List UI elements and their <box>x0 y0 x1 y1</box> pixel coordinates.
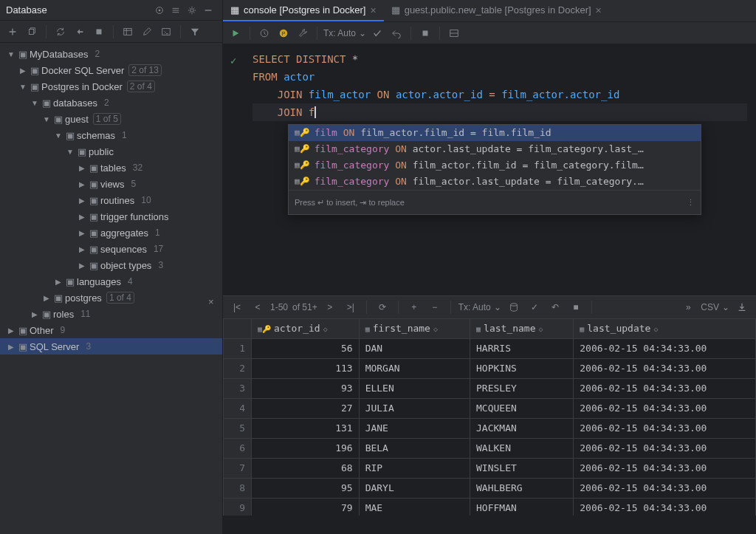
editor-tab[interactable]: ▦guest.public.new_table [Postgres in Doc… <box>384 0 609 21</box>
cell[interactable]: 2006-02-15 04:34:33.00 <box>574 458 756 478</box>
database-tree[interactable]: ▼▣MyDatabases2▶▣Docker SQL Server2 of 13… <box>0 43 222 534</box>
next-page-icon[interactable]: > <box>322 299 338 315</box>
completion-item[interactable]: ▦🔑film_category ON actor.last_update = f… <box>289 141 701 157</box>
cell[interactable]: JACKMAN <box>470 418 574 438</box>
cell[interactable]: ELLEN <box>359 378 470 398</box>
cell[interactable]: 93 <box>252 378 360 398</box>
history-icon[interactable] <box>256 25 272 41</box>
cell[interactable]: 2006-02-15 04:34:33.00 <box>574 338 756 358</box>
first-page-icon[interactable]: |< <box>229 299 245 315</box>
cell[interactable]: 95 <box>252 478 360 498</box>
results-grid[interactable]: ▦🔑actor_id◇▦first_name◇▦last_name◇▦last_… <box>223 318 756 516</box>
sql-editor[interactable]: ✓ SELECT DISTINCT * FROM actor JOIN film… <box>223 44 756 295</box>
column-header[interactable]: ▦first_name◇ <box>359 318 470 338</box>
tree-item[interactable]: ▼▣MyDatabases2 <box>0 46 222 62</box>
cell[interactable]: 56 <box>252 338 360 358</box>
minimize-icon[interactable] <box>200 2 216 18</box>
table-row[interactable]: 979MAEHOFFMAN2006-02-15 04:34:33.00 <box>224 498 756 516</box>
table-row[interactable]: 6196BELAWALKEN2006-02-15 04:34:33.00 <box>224 438 756 458</box>
cell[interactable]: 2006-02-15 04:34:33.00 <box>574 438 756 458</box>
completion-item[interactable]: ▦🔑film ON film_actor.film_id = film.film… <box>289 125 701 141</box>
cell[interactable]: HOFFMAN <box>470 498 574 516</box>
cell[interactable]: WAHLBERG <box>470 478 574 498</box>
sort-icon[interactable]: ◇ <box>653 325 658 333</box>
tree-arrow-icon[interactable]: ▶ <box>77 213 87 221</box>
cell[interactable]: 27 <box>252 398 360 418</box>
cell[interactable]: HOPKINS <box>470 358 574 378</box>
cell[interactable]: RIP <box>359 458 470 478</box>
db-icon[interactable] <box>506 299 522 315</box>
export-format-dropdown[interactable]: CSV ⌄ <box>701 302 729 312</box>
tree-arrow-icon[interactable]: ▶ <box>77 196 87 205</box>
cell[interactable]: PRESLEY <box>470 378 574 398</box>
sort-icon[interactable]: ◇ <box>433 325 438 333</box>
tree-arrow-icon[interactable]: ▼ <box>41 115 52 123</box>
tx-mode-dropdown[interactable]: Tx: Auto ⌄ <box>323 28 366 38</box>
tree-arrow-icon[interactable]: ▶ <box>30 310 40 318</box>
download-icon[interactable] <box>734 299 750 315</box>
cell[interactable]: MCQUEEN <box>470 398 574 418</box>
tree-arrow-icon[interactable]: ▼ <box>18 83 28 91</box>
table-row[interactable]: 895DARYLWAHLBERG2006-02-15 04:34:33.00 <box>224 478 756 498</box>
tree-arrow-icon[interactable]: ▶ <box>6 326 16 335</box>
target-icon[interactable] <box>151 2 168 18</box>
tree-item[interactable]: ▶▣routines10 <box>0 192 222 208</box>
editor-tab[interactable]: ▦console [Postgres in Docker]× <box>223 0 384 21</box>
cell[interactable]: 196 <box>252 438 360 458</box>
tree-item[interactable]: ▶▣postgres1 of 4 <box>0 290 222 306</box>
stop-icon[interactable]: ■ <box>568 299 584 315</box>
tree-arrow-icon[interactable]: ▶ <box>53 278 63 286</box>
cell[interactable]: JULIA <box>359 398 470 418</box>
tree-item[interactable]: ▶▣Docker SQL Server2 of 13 <box>0 62 222 78</box>
tree-arrow-icon[interactable]: ▼ <box>65 148 75 156</box>
tree-item[interactable]: ▶▣object types3 <box>0 257 222 273</box>
add-icon[interactable] <box>4 24 21 40</box>
tree-item[interactable]: ▶▣tables32 <box>0 160 222 176</box>
cell[interactable]: 131 <box>252 418 360 438</box>
close-icon[interactable]: × <box>208 296 214 307</box>
cell[interactable]: WALKEN <box>470 438 574 458</box>
reload-icon[interactable]: ⟳ <box>374 299 391 315</box>
tree-arrow-icon[interactable]: ▶ <box>6 343 16 351</box>
rollback-icon[interactable]: ↶ <box>547 299 563 315</box>
cell[interactable]: JANE <box>359 418 470 438</box>
tree-item[interactable]: ▶▣views5 <box>0 176 222 192</box>
completion-item[interactable]: ▦🔑film_category ON film_actor.film_id = … <box>289 157 701 174</box>
tree-arrow-icon[interactable]: ▶ <box>77 261 87 270</box>
remove-row-icon[interactable]: − <box>427 299 443 315</box>
cancel-icon[interactable] <box>417 25 433 41</box>
tree-arrow-icon[interactable]: ▶ <box>18 66 28 75</box>
table-row[interactable]: 393ELLENPRESLEY2006-02-15 04:34:33.00 <box>224 378 756 398</box>
table-row[interactable]: 2113MORGANHOPKINS2006-02-15 04:34:33.00 <box>224 358 756 378</box>
cell[interactable]: DAN <box>359 338 470 358</box>
table-row[interactable]: 427JULIAMCQUEEN2006-02-15 04:34:33.00 <box>224 398 756 418</box>
explain-icon[interactable]: P <box>275 25 292 41</box>
column-header[interactable]: ▦🔑actor_id◇ <box>252 318 360 338</box>
tree-item[interactable]: ▶▣trigger functions <box>0 208 222 225</box>
tree-item[interactable]: ▶▣roles11 <box>0 306 222 322</box>
wrench-icon[interactable] <box>295 25 311 41</box>
revert-icon[interactable] <box>72 24 88 40</box>
tree-item[interactable]: ▼▣schemas1 <box>0 127 222 143</box>
tree-arrow-icon[interactable]: ▼ <box>53 131 63 140</box>
gear-icon[interactable] <box>184 2 200 18</box>
commit-icon[interactable]: ✓ <box>526 299 543 315</box>
rollback-icon[interactable] <box>388 25 405 41</box>
commit-icon[interactable] <box>369 25 385 41</box>
cell[interactable]: 2006-02-15 04:34:33.00 <box>574 418 756 438</box>
cell[interactable]: 2006-02-15 04:34:33.00 <box>574 478 756 498</box>
tree-arrow-icon[interactable]: ▼ <box>6 50 16 58</box>
refresh-icon[interactable] <box>52 24 69 40</box>
more-icon[interactable]: » <box>680 299 696 315</box>
cell[interactable]: 2006-02-15 04:34:33.00 <box>574 498 756 516</box>
copy-icon[interactable] <box>24 24 40 40</box>
sort-icon[interactable]: ◇ <box>539 325 543 333</box>
table-row[interactable]: 768RIPWINSLET2006-02-15 04:34:33.00 <box>224 458 756 478</box>
cell[interactable]: DARYL <box>359 478 470 498</box>
tree-item[interactable]: ▼▣public <box>0 143 222 160</box>
tree-item[interactable]: ▶▣SQL Server3 <box>0 338 222 355</box>
tree-arrow-icon[interactable]: ▶ <box>77 164 87 172</box>
cell[interactable]: 2006-02-15 04:34:33.00 <box>574 398 756 418</box>
more-icon[interactable]: ⋮ <box>687 194 695 211</box>
tree-item[interactable]: ▶▣languages4 <box>0 273 222 290</box>
